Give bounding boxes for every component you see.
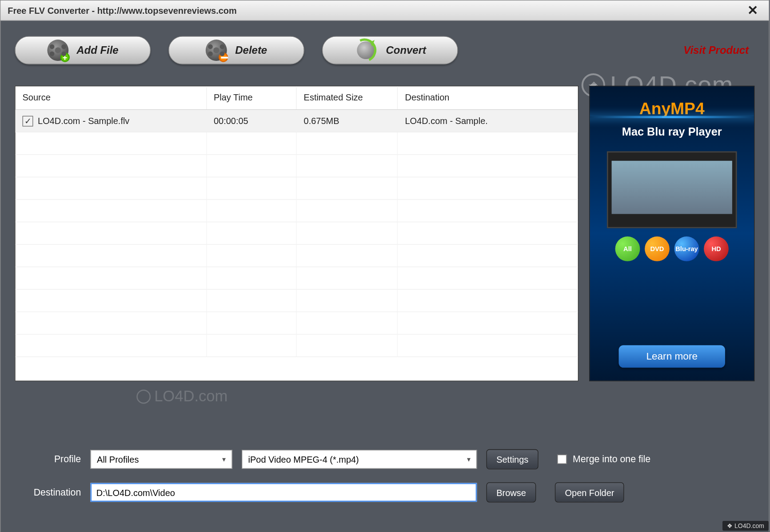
chevron-down-icon: ▾ [222, 455, 226, 464]
convert-label: Convert [386, 44, 426, 56]
cell-source: LO4D.com - Sample.flv [38, 116, 129, 126]
close-button[interactable]: ✕ [744, 3, 762, 18]
watermark: LO4D.com [136, 387, 227, 405]
profile-format-value: iPod Video MPEG-4 (*.mp4) [248, 454, 359, 464]
table-row [16, 222, 578, 245]
add-file-button[interactable]: + Add File [15, 36, 151, 64]
profile-label: Profile [15, 454, 81, 464]
table-row [16, 290, 578, 312]
dvd-badge-icon: DVD [645, 236, 670, 261]
file-list-panel: Source Play Time Estimated Size Destinat… [15, 86, 578, 381]
profile-format-select[interactable]: iPod Video MPEG-4 (*.mp4) ▾ [242, 450, 477, 469]
titlebar: Free FLV Converter - http://www.topseven… [0, 0, 769, 20]
row-checkbox[interactable]: ✓ [23, 116, 33, 126]
table-row [16, 200, 578, 223]
open-folder-button[interactable]: Open Folder [555, 482, 624, 502]
profile-row: Profile All Profiles ▾ iPod Video MPEG-4… [15, 448, 754, 470]
merge-label: Merge into one file [573, 454, 650, 464]
convert-button[interactable]: Convert [322, 36, 458, 64]
app-body: + Add File Delete Convert Visit Product … [0, 21, 769, 532]
visit-product-link[interactable]: Visit Product [683, 44, 749, 56]
delete-button[interactable]: Delete [168, 36, 304, 64]
film-reel-icon [206, 40, 227, 61]
cell-dest: LO4D.com - Sample. [398, 116, 578, 126]
table-row [16, 335, 578, 357]
toolbar: + Add File Delete Convert Visit Product [15, 32, 754, 68]
destination-row: Destination Browse Open Folder [15, 482, 754, 503]
destination-label: Destination [15, 487, 81, 498]
settings-button[interactable]: Settings [487, 449, 539, 469]
ad-title: AnyMP4 [639, 99, 705, 118]
chevron-down-icon: ▾ [467, 455, 471, 464]
table-row [16, 245, 578, 268]
table-row [16, 312, 578, 335]
app-window: Free FLV Converter - http://www.topseven… [0, 0, 770, 532]
cell-playtime: 00:00:05 [207, 116, 297, 126]
table-header: Source Play Time Estimated Size Destinat… [16, 86, 578, 110]
table-row [16, 132, 578, 155]
destination-input[interactable] [90, 483, 477, 502]
col-size[interactable]: Estimated Size [297, 86, 398, 109]
col-dest[interactable]: Destination [398, 86, 578, 109]
table-row [16, 177, 578, 200]
ad-panel: AnyMP4 Mac Blu ray Player All DVD Blu-ra… [589, 86, 754, 381]
minus-badge-icon [219, 52, 228, 62]
profile-category-select[interactable]: All Profiles ▾ [90, 450, 232, 469]
bottom-form: Profile All Profiles ▾ iPod Video MPEG-4… [15, 448, 754, 515]
table-row [16, 155, 578, 177]
watermark-icon [136, 389, 151, 404]
merge-option[interactable]: Merge into one file [557, 454, 650, 464]
table-row [16, 267, 578, 290]
merge-checkbox[interactable] [557, 455, 567, 464]
ad-badges: All DVD Blu-ray HD [615, 236, 729, 261]
window-title: Free FLV Converter - http://www.topseven… [8, 5, 236, 16]
cell-size: 0.675MB [297, 116, 398, 126]
bluray-badge-icon: Blu-ray [674, 236, 699, 261]
content-row: Source Play Time Estimated Size Destinat… [15, 86, 754, 381]
convert-icon [354, 40, 378, 61]
col-source[interactable]: Source [16, 86, 207, 109]
delete-label: Delete [235, 44, 267, 56]
table-row[interactable]: ✓ LO4D.com - Sample.flv 00:00:05 0.675MB… [16, 110, 578, 132]
hd-badge-icon: HD [704, 236, 729, 261]
ad-screenshot [607, 151, 737, 228]
film-reel-icon: + [47, 40, 68, 61]
ad-subtitle: Mac Blu ray Player [622, 125, 722, 138]
format-badge-icon: All [615, 236, 640, 261]
browse-button[interactable]: Browse [487, 482, 536, 502]
plus-badge-icon: + [60, 52, 69, 62]
learn-more-button[interactable]: Learn more [619, 345, 725, 368]
add-file-label: Add File [76, 44, 118, 56]
col-playtime[interactable]: Play Time [207, 86, 297, 109]
profile-category-value: All Profiles [97, 454, 139, 464]
